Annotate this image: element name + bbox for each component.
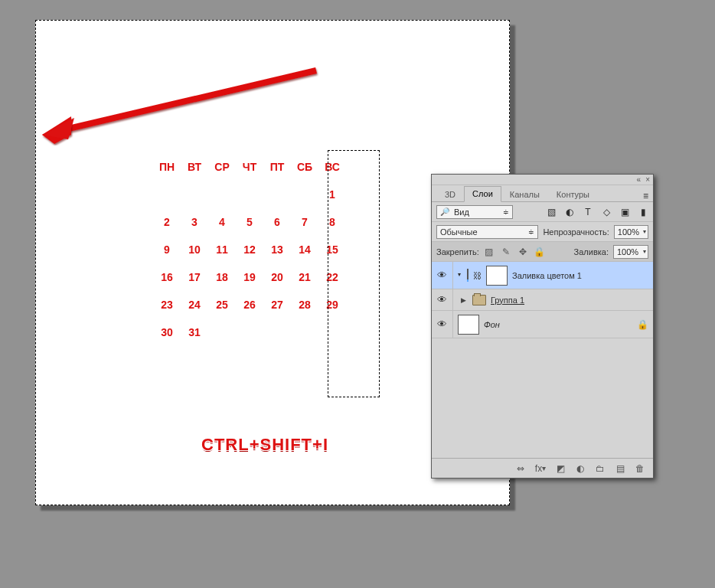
layer-fx-icon[interactable]: fx▾ — [535, 463, 546, 474]
visibility-toggle[interactable]: 👁 — [432, 262, 453, 289]
calendar-cell: 7 — [291, 208, 318, 236]
calendar-cell: 14 — [291, 236, 318, 263]
new-adjustment-icon[interactable]: ◐ — [575, 463, 586, 474]
bg-thumbnail[interactable] — [458, 315, 479, 335]
calendar-header: СБ — [291, 153, 318, 181]
calendar-cell: 24 — [181, 291, 208, 318]
opacity-field[interactable]: 100% ▾ — [614, 225, 648, 239]
filter-smart-icon[interactable]: ▣ — [619, 207, 630, 217]
calendar-cell: 31 — [181, 318, 208, 346]
calendar-header: ПТ — [263, 153, 291, 181]
calendar-header: ВТ — [181, 153, 208, 181]
calendar-cell: 16 — [153, 263, 181, 291]
layer-filter-label: Вид — [454, 207, 469, 217]
panel-menu-icon[interactable]: ≡ — [638, 191, 653, 201]
calendar: ПНВТСРЧТПТСБВС 1234567891011121314151617… — [153, 153, 346, 346]
new-group-icon[interactable]: 🗀 — [595, 463, 606, 474]
filter-toggle-icon[interactable]: ▮ — [638, 207, 648, 217]
calendar-cell: 1 — [318, 181, 346, 208]
tab-channels[interactable]: Каналы — [501, 187, 548, 202]
calendar-cell: 10 — [181, 236, 208, 263]
calendar-cell: 13 — [263, 236, 291, 263]
visibility-toggle[interactable]: 👁 — [432, 311, 453, 338]
lock-move-icon[interactable]: ✥ — [517, 247, 528, 257]
calendar-cell: 26 — [236, 291, 263, 318]
layers-list: 👁 ▾ ⛓ Заливка цветом 1 👁 ▶ Группа 1 👁 Фо… — [432, 262, 653, 444]
calendar-cell: 9 — [153, 236, 181, 263]
layer-filter-combo[interactable]: 🔎 Вид ≑ — [436, 205, 513, 219]
calendar-cell: 15 — [318, 236, 346, 263]
link-layers-icon[interactable]: ⇔ — [515, 463, 526, 474]
lock-brush-icon[interactable]: ✎ — [501, 247, 511, 257]
layer-group[interactable]: 👁 ▶ Группа 1 — [432, 289, 653, 311]
filter-type-icon[interactable]: T — [583, 207, 593, 217]
calendar-header: ЧТ — [236, 153, 263, 181]
calendar-cell: 8 — [318, 208, 346, 236]
fill-field[interactable]: 100% ▾ — [613, 245, 648, 259]
calendar-cell — [236, 181, 263, 208]
calendar-header: ВС — [318, 153, 346, 181]
shortcut-annotation: CTRL+SHIFT+I — [201, 435, 328, 455]
lock-label: Закрепить: — [436, 247, 479, 256]
calendar-table: ПНВТСРЧТПТСБВС 1234567891011121314151617… — [153, 153, 346, 346]
calendar-cell: 17 — [181, 263, 208, 291]
add-mask-icon[interactable]: ◩ — [555, 463, 566, 474]
calendar-cell: 4 — [208, 208, 236, 236]
calendar-cell — [208, 318, 236, 346]
link-mask-icon[interactable]: ⛓ — [473, 271, 482, 280]
calendar-cell: 22 — [318, 263, 346, 291]
panel-lock-row: Закрепить: ▨ ✎ ✥ 🔒 Заливка: 100% ▾ — [432, 242, 653, 262]
filter-icon-row: ▧ ◐ T ◇ ▣ — [546, 207, 630, 217]
opacity-label: Непрозрачность: — [543, 227, 609, 237]
calendar-cell — [318, 318, 346, 346]
layer-name[interactable]: Фон — [484, 320, 500, 329]
panel-footer: ⇔ fx▾ ◩ ◐ 🗀 ▤ 🗑 — [432, 458, 653, 478]
calendar-cell: 18 — [208, 263, 236, 291]
layer-name[interactable]: Заливка цветом 1 — [512, 271, 582, 280]
calendar-cell — [236, 318, 263, 346]
layer-background[interactable]: 👁 Фон 🔒 — [432, 311, 653, 338]
tab-paths[interactable]: Контуры — [548, 187, 598, 202]
fill-thumbnail[interactable] — [467, 269, 469, 279]
mask-thumbnail[interactable] — [486, 266, 508, 286]
panel-tabs: 3D Слои Каналы Контуры ≡ — [432, 185, 653, 202]
filter-pixel-icon[interactable]: ▧ — [546, 207, 557, 217]
panel-close-icon[interactable]: × — [645, 175, 650, 184]
calendar-cell: 11 — [208, 236, 236, 263]
delete-layer-icon[interactable]: 🗑 — [635, 463, 645, 474]
calendar-cell — [263, 181, 291, 208]
lock-icon: 🔒 — [637, 319, 648, 330]
lock-transparent-icon[interactable]: ▨ — [484, 247, 495, 257]
calendar-cell: 30 — [153, 318, 181, 346]
opacity-value: 100% — [618, 227, 639, 237]
panel-topbar: « × — [432, 175, 653, 185]
new-layer-icon[interactable]: ▤ — [615, 463, 625, 474]
calendar-header: ПН — [153, 153, 181, 181]
group-expand-icon[interactable]: ▶ — [461, 296, 466, 304]
calendar-cell: 25 — [208, 291, 236, 318]
calendar-cell — [263, 318, 291, 346]
calendar-header: СР — [208, 153, 236, 181]
blend-mode-combo[interactable]: Обычные ≑ — [436, 225, 538, 239]
calendar-cell — [208, 181, 236, 208]
lock-all-icon[interactable]: 🔒 — [534, 247, 545, 257]
layer-name[interactable]: Группа 1 — [491, 296, 524, 305]
layer-fill-color[interactable]: 👁 ▾ ⛓ Заливка цветом 1 — [432, 262, 653, 289]
calendar-cell: 6 — [263, 208, 291, 236]
calendar-cell: 29 — [318, 291, 346, 318]
calendar-cell: 20 — [263, 263, 291, 291]
panel-filter-row: 🔎 Вид ≑ ▧ ◐ T ◇ ▣ ▮ — [432, 202, 653, 222]
adjust-expand-icon[interactable]: ▾ — [458, 271, 461, 278]
visibility-toggle[interactable]: 👁 — [432, 289, 453, 310]
layers-panel: « × 3D Слои Каналы Контуры ≡ 🔎 Вид ≑ ▧ ◐… — [431, 174, 654, 479]
calendar-cell — [181, 181, 208, 208]
tab-3d[interactable]: 3D — [436, 187, 464, 202]
tab-layers[interactable]: Слои — [464, 186, 501, 202]
calendar-cell: 23 — [153, 291, 181, 318]
calendar-cell: 19 — [236, 263, 263, 291]
folder-icon — [472, 295, 486, 305]
calendar-cell: 5 — [236, 208, 263, 236]
panel-collapse-icon[interactable]: « — [637, 175, 642, 184]
filter-adjust-icon[interactable]: ◐ — [564, 207, 575, 217]
filter-shape-icon[interactable]: ◇ — [601, 207, 612, 217]
